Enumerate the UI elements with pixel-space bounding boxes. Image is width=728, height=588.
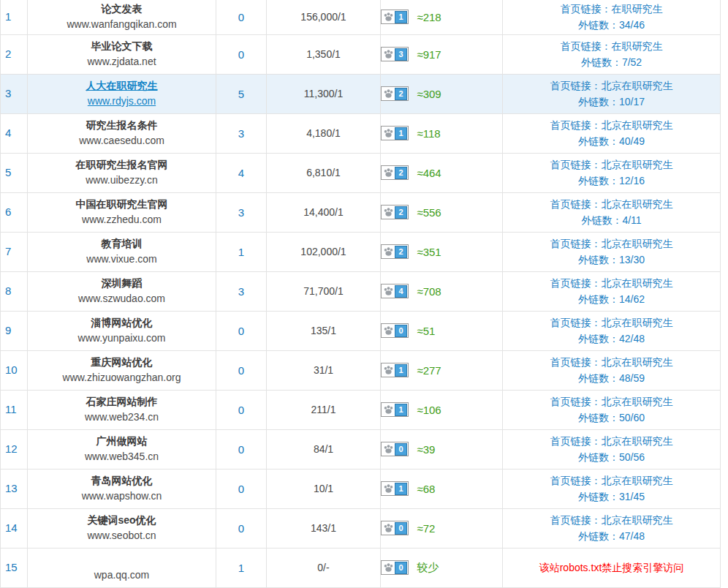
- rank-cell: 1: [1, 0, 28, 34]
- site-url: www.uibezzy.cn: [28, 173, 216, 188]
- paw-icon: [384, 208, 393, 216]
- ratio-cell: 71,700/1: [267, 271, 381, 311]
- homepage-link-text: 首页链接：北京在职研究生: [503, 196, 720, 212]
- links-cell: 首页链接：北京在职研究生 外链数：10/17: [503, 74, 721, 113]
- paw-icon: [384, 326, 393, 335]
- ratio-value: 84/1: [314, 443, 333, 455]
- weight-badge-number: 0: [395, 562, 407, 574]
- ratio-value: 1,350/1: [306, 48, 341, 60]
- weight-badge-number: 2: [395, 246, 407, 258]
- count-cell: 0: [216, 508, 267, 548]
- baidu-weight-badge[interactable]: 1: [381, 363, 409, 377]
- outlinks-text: 外链数：14/62: [503, 291, 720, 307]
- rank-number: 9: [1, 324, 11, 336]
- ratio-value: 0/-: [317, 562, 329, 573]
- site-cell: 石家庄网站制作 www.web234.cn: [28, 390, 216, 429]
- site-title[interactable]: 人大在职研究生: [28, 78, 216, 94]
- ratio-cell: 31/1: [267, 350, 381, 390]
- baidu-weight-badge[interactable]: 0: [381, 560, 409, 575]
- site-cell: 中国在职研究生官网 www.zzhedu.com: [28, 192, 216, 232]
- baidu-weight-badge[interactable]: 2: [381, 86, 409, 101]
- ratio-value: 71,700/1: [303, 285, 344, 297]
- ratio-cell: 135/1: [267, 311, 381, 350]
- count-value: 4: [238, 167, 244, 179]
- links-cell: 首页链接：北京在职研究生 外链数：47/48: [503, 508, 721, 548]
- baidu-weight-badge[interactable]: 0: [381, 323, 409, 338]
- baidu-weight-badge[interactable]: 1: [381, 10, 409, 24]
- site-cell: 青岛网站优化 www.wapshow.cn: [28, 469, 216, 508]
- table-row: 6 中国在职研究生官网 www.zzhedu.com 3 14,400/1: [1, 192, 721, 232]
- weight-estimate: ≈39: [417, 443, 435, 456]
- baidu-weight-badge[interactable]: 4: [381, 284, 409, 298]
- site-title: 研究生报名条件: [28, 118, 216, 133]
- weight-cell: 1 ≈106: [381, 390, 503, 429]
- homepage-link-text: 首页链接：北京在职研究生: [503, 472, 720, 489]
- ratio-cell: 211/1: [267, 390, 381, 429]
- rank-number: 2: [1, 48, 11, 60]
- rank-cell: 5: [1, 153, 28, 192]
- weight-badge-number: 2: [395, 88, 407, 100]
- links-cell: 首页链接：北京在职研究生 外链数：31/45: [503, 469, 721, 508]
- paw-icon: [384, 287, 393, 295]
- homepage-link-text: 首页链接：北京在职研究生: [503, 433, 720, 449]
- weight-badge-number: 4: [395, 285, 407, 298]
- outlinks-text: 外链数：31/45: [503, 489, 720, 505]
- site-url: www.yunpaixu.com: [28, 331, 216, 346]
- links-cell: 首页链接：北京在职研究生 外链数：50/56: [503, 429, 721, 469]
- homepage-link-text: 首页链接：北京在职研究生: [503, 117, 720, 133]
- site-cell: 在职研究生报名官网 www.uibezzy.cn: [28, 153, 216, 192]
- weight-estimate: ≈72: [417, 522, 435, 535]
- baidu-weight-badge[interactable]: 2: [381, 205, 409, 219]
- site-title: [28, 552, 216, 568]
- baidu-weight-badge[interactable]: 2: [381, 165, 409, 180]
- site-url[interactable]: www.rdyjs.com: [28, 94, 216, 109]
- baidu-weight-badge[interactable]: 0: [381, 521, 409, 535]
- homepage-link-text: 首页链接：北京在职研究生: [503, 314, 720, 331]
- paw-icon: [384, 129, 393, 137]
- count-cell: 0: [216, 34, 267, 74]
- baidu-weight-badge[interactable]: 1: [381, 402, 409, 417]
- paw-icon: [384, 12, 393, 21]
- links-cell: 首页链接：北京在职研究生 外链数：14/62: [503, 271, 721, 311]
- baidu-weight-badge[interactable]: 0: [381, 442, 409, 456]
- rank-number: 10: [1, 363, 18, 376]
- site-url: www.zjdata.net: [28, 54, 216, 69]
- baidu-weight-badge[interactable]: 1: [381, 126, 409, 140]
- weight-badge-number: 1: [395, 364, 407, 377]
- site-cell: 论文发表 www.wanfangqikan.com: [28, 0, 216, 34]
- paw-icon: [384, 89, 393, 98]
- site-title: 淄博网站优化: [28, 315, 216, 331]
- ratio-value: 4,180/1: [306, 127, 341, 139]
- rank-cell: 6: [1, 192, 28, 232]
- site-cell: 人大在职研究生 www.rdyjs.com: [28, 74, 216, 113]
- site-url: www.wapshow.cn: [28, 489, 216, 504]
- site-title: 石家庄网站制作: [28, 394, 216, 410]
- ratio-cell: 1,350/1: [267, 34, 381, 74]
- weight-estimate: ≈51: [417, 325, 435, 337]
- weight-estimate: 较少: [417, 561, 439, 573]
- weight-badge-number: 1: [395, 127, 407, 140]
- links-cell: 首页链接：在职研究生 外链数：34/46: [503, 0, 721, 34]
- weight-estimate: ≈218: [417, 11, 441, 23]
- rank-number: 12: [1, 442, 18, 455]
- weight-estimate: ≈118: [417, 127, 440, 140]
- count-cell: 3: [216, 113, 267, 153]
- links-cell: 首页链接：在职研究生 外链数：7/52: [503, 34, 721, 74]
- count-value: 0: [238, 48, 244, 61]
- homepage-link-text: 首页链接：在职研究生: [503, 1, 720, 17]
- rank-number: 1: [1, 10, 11, 23]
- homepage-link-text: 首页链接：北京在职研究生: [503, 78, 720, 94]
- ratio-cell: 11,300/1: [267, 74, 381, 113]
- count-cell: 3: [216, 271, 267, 311]
- count-cell: 5: [216, 74, 267, 113]
- table-row: 5 在职研究生报名官网 www.uibezzy.cn 4 6,810/1: [1, 153, 721, 192]
- site-url: www.wanfangqikan.com: [28, 17, 216, 32]
- baidu-weight-badge[interactable]: 1: [381, 481, 409, 496]
- homepage-link-text: 首页链接：北京在职研究生: [503, 512, 720, 528]
- baidu-weight-badge[interactable]: 3: [381, 47, 409, 61]
- baidu-weight-badge[interactable]: 2: [381, 244, 409, 259]
- links-cell: 首页链接：北京在职研究生 外链数：50/60: [503, 390, 721, 429]
- paw-icon: [384, 445, 393, 453]
- weight-cell: 1 ≈277: [381, 350, 503, 390]
- weight-cell: 0 较少: [381, 548, 503, 587]
